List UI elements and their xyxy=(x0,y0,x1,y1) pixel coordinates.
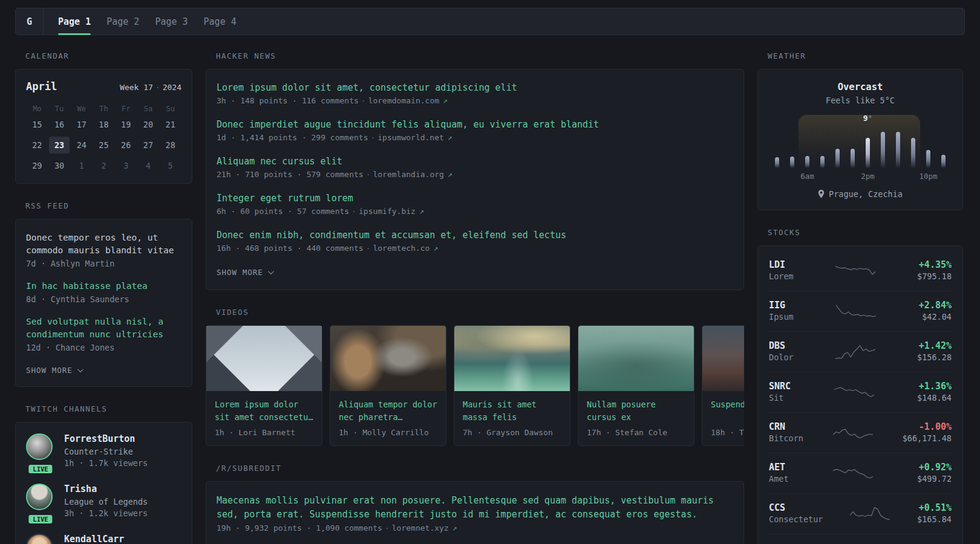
rss-item-title[interactable]: Sed volutpat nulla nisl, a condimentum n… xyxy=(26,316,181,341)
rss-item: In hac habitasse platea8d · Cynthia Saun… xyxy=(26,280,181,305)
twitch-header: TWITCH CHANNELS xyxy=(25,405,192,413)
video-thumbnail xyxy=(206,326,322,391)
dot-separator: · xyxy=(364,244,373,253)
calendar-day: 23 xyxy=(49,137,70,154)
weather-time-label: 10pm xyxy=(919,172,937,181)
avatar[interactable] xyxy=(26,433,53,460)
weather-bar xyxy=(896,132,900,168)
app-logo[interactable]: G xyxy=(16,8,44,34)
subreddit-post-domain-link[interactable]: loremnet.xyz xyxy=(392,523,449,533)
stock-sparkline xyxy=(833,382,875,403)
hn-show-more-button[interactable]: SHOW MORE xyxy=(217,268,272,277)
dashboard-grid: CALENDAR April Week 17·2024 MoTuWeThFrSa… xyxy=(15,52,965,544)
twitch-avatar-wrap: LIVE xyxy=(26,433,55,469)
twitch-avatar-wrap: LIVE xyxy=(26,484,55,519)
avatar[interactable] xyxy=(26,484,53,510)
nav-tab-page-2[interactable]: Page 2 xyxy=(106,8,139,34)
weather-section: WEATHER Overcast Feels like 5°C 9° 6am2p… xyxy=(757,52,963,210)
twitch-channel-name[interactable]: Trisha xyxy=(64,484,148,494)
location-pin-icon xyxy=(818,190,825,198)
video-card-body: Suspendisse diam18h · Tara xyxy=(702,391,744,445)
video-card[interactable]: Aliquam tempor dolor nec pharetra…1h · M… xyxy=(330,325,446,446)
stock-name: Bitcorn xyxy=(769,433,832,444)
nav-tab-page-4[interactable]: Page 4 xyxy=(204,8,237,34)
external-link-icon: ↗ xyxy=(448,170,452,179)
rss-item-title[interactable]: Donec tempor eros leo, ut commodo mauris… xyxy=(26,232,181,257)
weather-degree-symbol: ° xyxy=(868,114,873,123)
rss-header: RSS FEED xyxy=(25,202,192,210)
stock-info: CRNBitcorn xyxy=(769,421,832,444)
twitch-channel-info: ForrestBurtonCounter-Strike1h · 1.7k vie… xyxy=(64,433,148,469)
video-card[interactable]: Nullam posuere cursus ex17h · Stefan Col… xyxy=(578,325,694,446)
video-title[interactable]: Suspendisse diam xyxy=(711,398,744,424)
video-meta: 17h · Stefan Cole xyxy=(587,428,685,437)
video-title[interactable]: Mauris sit amet massa felis xyxy=(463,398,561,424)
hn-item-domain-link[interactable]: ipsumify.biz xyxy=(359,207,416,216)
hn-item-title[interactable]: Aliquam nec cursus elit xyxy=(217,155,733,168)
weekday-label: Th xyxy=(93,105,115,113)
rss-show-more-button[interactable]: SHOW MORE xyxy=(26,366,82,375)
weather-bar xyxy=(926,150,930,168)
external-link-icon: ↗ xyxy=(448,133,452,142)
video-card-body: Lorem ipsum dolor sit amet consectetu…1h… xyxy=(206,391,322,445)
stock-row[interactable]: CRNBitcorn-1.00%$66,171.48 xyxy=(769,412,952,453)
twitch-channel-row[interactable]: KendallCarr xyxy=(26,534,181,544)
video-card[interactable]: Lorem ipsum dolor sit amet consectetu…1h… xyxy=(206,325,322,446)
stock-symbol: IIG xyxy=(769,300,835,311)
video-card[interactable]: Suspendisse diam18h · Tara xyxy=(702,325,744,446)
stock-values: +1.36%$148.64 xyxy=(875,381,952,404)
hn-item-meta: 3h · 148 points · 116 comments·loremdoma… xyxy=(217,95,733,107)
weather-bar xyxy=(866,138,870,168)
weather-bar xyxy=(805,156,809,168)
right-column: WEATHER Overcast Feels like 5°C 9° 6am2p… xyxy=(757,52,963,544)
calendar-day: 28 xyxy=(160,137,181,154)
video-title[interactable]: Nullam posuere cursus ex xyxy=(587,398,685,424)
rss-item-title[interactable]: In hac habitasse platea xyxy=(26,280,181,293)
hn-item-domain-link[interactable]: loremdomain.com xyxy=(368,96,439,105)
video-title[interactable]: Lorem ipsum dolor sit amet consectetu… xyxy=(215,398,313,424)
twitch-channel-row[interactable]: LIVETrishaLeague of Legends3h · 1.2k vie… xyxy=(26,484,181,519)
live-badge: LIVE xyxy=(27,464,53,474)
hn-item-title[interactable]: Integer eget rutrum lorem xyxy=(217,192,733,205)
stock-row[interactable]: LDILorem+4.35%$795.18 xyxy=(769,251,952,291)
twitch-channel-row[interactable]: LIVEForrestBurtonCounter-Strike1h · 1.7k… xyxy=(26,433,181,469)
calendar-day: 17 xyxy=(71,116,92,133)
twitch-avatar-wrap xyxy=(26,534,55,544)
weather-condition: Overcast xyxy=(773,82,948,92)
twitch-channel-name[interactable]: KendallCarr xyxy=(64,534,124,544)
stock-row[interactable]: IIGIpsum+2.84%$42.04 xyxy=(769,291,952,331)
top-nav: G Page 1Page 2Page 3Page 4 xyxy=(15,8,965,35)
subreddit-post-title[interactable]: Maecenas mollis pulvinar erat non posuer… xyxy=(217,494,733,522)
twitch-channel-name[interactable]: ForrestBurton xyxy=(64,433,148,444)
stock-symbol: CCS xyxy=(769,502,849,514)
calendar-year: 2024 xyxy=(163,83,181,92)
video-card[interactable]: Mauris sit amet massa felis7h · Grayson … xyxy=(454,325,570,446)
stock-row[interactable]: SNRCSit+1.36%$148.64 xyxy=(769,372,952,412)
hacker-news-header: HACKER NEWS xyxy=(216,52,744,60)
hn-item-stats: 3h · 148 points · 116 comments xyxy=(217,96,359,105)
weekday-label: Su xyxy=(159,105,181,113)
weekday-label: We xyxy=(70,105,93,113)
stock-row[interactable]: CCSConsectetur+0.51%$165.84 xyxy=(769,493,952,534)
hn-item-domain-link[interactable]: loremtech.co xyxy=(373,244,430,253)
hn-item-domain-link[interactable]: ipsumworld.net xyxy=(377,133,444,142)
stock-info: DBSDolor xyxy=(769,340,834,363)
avatar[interactable] xyxy=(26,534,53,544)
calendar-day: 1 xyxy=(71,157,92,174)
nav-tab-page-1[interactable]: Page 1 xyxy=(58,8,91,34)
subreddit-widget: Maecenas mollis pulvinar erat non posuer… xyxy=(206,481,744,544)
nav-tab-page-3[interactable]: Page 3 xyxy=(155,8,188,34)
stock-row[interactable]: DBSDolor+1.42%$156.28 xyxy=(769,331,952,372)
hn-item-title[interactable]: Donec enim nibh, condimentum et accumsan… xyxy=(217,229,733,242)
video-title[interactable]: Aliquam tempor dolor nec pharetra… xyxy=(339,398,437,424)
hn-item-title[interactable]: Lorem ipsum dolor sit amet, consectetur … xyxy=(217,82,733,94)
stock-name: Sit xyxy=(769,392,833,404)
calendar-day: 30 xyxy=(49,157,70,174)
stock-name: Dolor xyxy=(769,352,834,363)
stock-row[interactable]: AETAmet+0.92%$499.72 xyxy=(769,453,952,493)
hn-item: Lorem ipsum dolor sit amet, consectetur … xyxy=(217,82,733,107)
calendar-day: 26 xyxy=(116,137,137,154)
hn-item-title[interactable]: Donec imperdiet augue tincidunt felis al… xyxy=(217,118,733,131)
hn-item-domain-link[interactable]: loremlandia.org xyxy=(373,170,443,179)
stock-row[interactable]: AHS+0.46% xyxy=(769,534,952,544)
